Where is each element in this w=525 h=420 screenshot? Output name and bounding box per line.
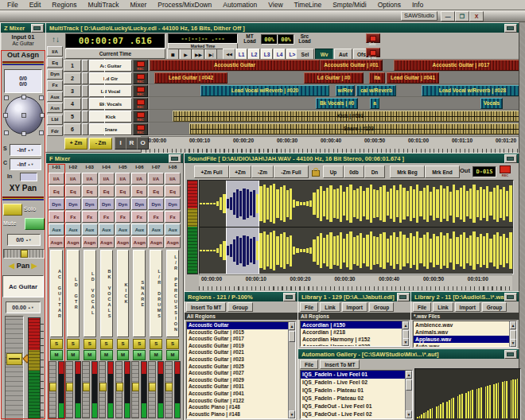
view-button-aut[interactable]: Aut bbox=[334, 49, 352, 60]
channel-aux-button[interactable]: Aux bbox=[65, 224, 81, 235]
import-button[interactable]: Import bbox=[342, 302, 368, 312]
track-record-button[interactable]: REC bbox=[133, 123, 148, 135]
list-item[interactable]: Auto.wav bbox=[414, 343, 510, 347]
marker-button-o[interactable]: O bbox=[137, 137, 149, 150]
menu-item-mixer[interactable]: Mixer bbox=[124, 1, 152, 9]
channel-eq-button[interactable]: Eq bbox=[82, 185, 98, 197]
channel-name-strip[interactable]: L/R PERCUSSION bbox=[166, 250, 179, 337]
channel-fader[interactable] bbox=[115, 361, 123, 418]
level-dn[interactable]: Dn bbox=[364, 165, 385, 178]
marker-button-i[interactable]: I bbox=[115, 137, 126, 150]
list-item[interactable]: IQS_FadeIn - Live Feel 01 bbox=[301, 371, 406, 379]
marker-button-r[interactable]: R bbox=[126, 137, 138, 150]
window-menu-icon[interactable] bbox=[504, 350, 517, 359]
channel-asgn-button[interactable]: Asgn bbox=[82, 236, 98, 248]
zoom-zmfull[interactable]: +Zm Full bbox=[194, 165, 229, 178]
track-name-button[interactable]: Ac Guitar bbox=[89, 60, 132, 72]
list-item[interactable]: Accoustic Guitar | #021 bbox=[187, 349, 289, 356]
fader-handle[interactable] bbox=[116, 383, 123, 391]
channel-dyn-button[interactable]: Dyn bbox=[82, 198, 98, 210]
channel-name-strip[interactable]: KICK bbox=[117, 250, 130, 337]
track-tab-eq[interactable]: Eq bbox=[47, 57, 63, 68]
channel-solo-button[interactable]: S bbox=[166, 339, 179, 349]
track-region[interactable]: Accoustic Guitar | #01 bbox=[320, 60, 383, 71]
channel-dyn-button[interactable]: Dyn bbox=[165, 198, 181, 210]
channel-asgn-button[interactable]: Asgn bbox=[99, 236, 115, 248]
scroll-down-icon[interactable]: ▼ bbox=[289, 410, 295, 418]
channel-fx-button[interactable]: Fx bbox=[82, 211, 98, 223]
channel-asgn-button[interactable]: Asgn bbox=[65, 236, 81, 248]
list-item[interactable]: Animals.wav bbox=[414, 329, 510, 336]
track-handle[interactable] bbox=[82, 98, 88, 110]
channel-fader[interactable] bbox=[148, 361, 156, 418]
list-item[interactable]: IQS_FadeIn - Plateau 01 bbox=[301, 387, 406, 395]
automation-list[interactable]: IQS_FadeIn - Live Feel 01IQS_FadeIn - Li… bbox=[301, 371, 406, 418]
spinner-icon[interactable]: ▲▼ bbox=[27, 149, 33, 152]
channel-asgn-button[interactable]: Asgn bbox=[115, 236, 131, 248]
transport-button-2[interactable]: ▶ bbox=[180, 49, 192, 60]
menu-item-multitrack[interactable]: MultiTrack bbox=[83, 1, 125, 9]
list-item[interactable]: IQS_FadeIn - Live Feel 02 bbox=[301, 379, 406, 387]
channel-mute-button[interactable]: M bbox=[67, 350, 80, 360]
track-handle[interactable] bbox=[82, 72, 88, 84]
menu-item-view[interactable]: View bbox=[262, 1, 288, 9]
track-tab-fx[interactable]: Fx bbox=[47, 80, 63, 91]
track-region-area[interactable]: Lead Vocal w/Reverb | #020w/Revcal w/Rev… bbox=[150, 84, 519, 96]
channel-fx-button[interactable]: Fx bbox=[115, 211, 131, 223]
channel-asgn-button[interactable]: Asgn bbox=[165, 236, 181, 248]
out-asgn-label[interactable]: Out Asgn bbox=[1, 51, 45, 59]
track-name-button[interactable]: Bk Vocals bbox=[89, 98, 132, 110]
window-menu-icon[interactable] bbox=[504, 154, 517, 163]
fader-handle[interactable] bbox=[83, 383, 90, 391]
track-region-area[interactable]: Bk Vocals | #0aVocals bbox=[150, 97, 519, 109]
track-number-button[interactable]: 3 bbox=[64, 85, 81, 97]
track-number-button[interactable]: 2 bbox=[64, 72, 81, 84]
channel-aux-button[interactable]: Aux bbox=[165, 224, 181, 235]
view-button-wv[interactable]: Wv bbox=[315, 49, 333, 60]
list-item[interactable]: Accoustic Guitar | #015 bbox=[187, 329, 289, 336]
channel-mute-button[interactable]: M bbox=[166, 350, 179, 360]
scrollbar[interactable]: ▲▼ bbox=[405, 371, 412, 418]
channel-dyn-button[interactable]: Dyn bbox=[115, 198, 131, 210]
current-time-label[interactable]: Current Time bbox=[65, 49, 165, 59]
channel-ia-button[interactable]: I/A bbox=[49, 173, 64, 185]
minimize-button[interactable]: — bbox=[441, 11, 455, 21]
zoom-zmfull[interactable]: -Zm Full bbox=[274, 165, 309, 178]
channel-solo-button[interactable]: S bbox=[50, 339, 63, 349]
transport-button-1[interactable]: ◼ bbox=[167, 49, 179, 60]
list-item[interactable]: Accoustic Guitar | #027 bbox=[187, 370, 289, 377]
mute-button[interactable] bbox=[25, 218, 45, 230]
fader-handle[interactable] bbox=[6, 353, 22, 365]
channel-fader[interactable] bbox=[131, 361, 139, 418]
channel-aux-button[interactable]: Aux bbox=[82, 224, 98, 235]
list-item[interactable]: Accordian | #218 bbox=[301, 329, 402, 336]
list-item[interactable]: IQS_FadeOut - Live Feel 02 bbox=[301, 410, 406, 418]
channel-aux-button[interactable]: Aux bbox=[49, 224, 64, 235]
lock-icon[interactable] bbox=[312, 170, 320, 177]
group-button[interactable]: Group bbox=[369, 302, 395, 312]
list-item[interactable]: Accordian Harmony | #152 bbox=[301, 336, 402, 343]
close-button[interactable]: X bbox=[469, 11, 484, 21]
list-item[interactable]: Accordian | #150 bbox=[301, 321, 402, 329]
channel-fader[interactable] bbox=[82, 361, 90, 418]
mark-mrkend[interactable]: Mrk End bbox=[425, 165, 460, 178]
locate-button-l4[interactable]: L4 bbox=[274, 49, 286, 60]
record-control[interactable]: REC bbox=[500, 165, 511, 177]
list-item[interactable]: Accoustic Guitar | #017 bbox=[187, 336, 289, 343]
channel-eq-button[interactable]: Eq bbox=[131, 185, 147, 197]
fader-value-field[interactable]: 00.00▲▼ bbox=[6, 301, 41, 313]
channel-dyn-button[interactable]: Dyn bbox=[99, 198, 115, 210]
library1-titlebar[interactable]: Library 1 - 129 [D:\A...\Jabuti.edl] bbox=[298, 292, 411, 301]
view-button-sel[interactable]: Sel bbox=[296, 49, 314, 60]
track-region[interactable]: a bbox=[370, 98, 379, 109]
track-handle[interactable] bbox=[82, 111, 88, 122]
channel-fx-button[interactable]: Fx bbox=[65, 211, 81, 223]
window-menu-icon[interactable] bbox=[283, 293, 296, 301]
channel-fx-button[interactable]: Fx bbox=[165, 211, 181, 223]
channel-fx-button[interactable]: Fx bbox=[148, 211, 164, 223]
c-value-field[interactable]: -inf▲▼ bbox=[10, 158, 41, 170]
zoom-in-button[interactable]: + Zm bbox=[64, 138, 88, 150]
list-item[interactable]: IQS_FadeOut - Live Feel 01 bbox=[301, 402, 406, 410]
channel-ia-button[interactable]: I/A bbox=[82, 173, 98, 185]
menu-item-edit[interactable]: Edit bbox=[24, 1, 47, 9]
